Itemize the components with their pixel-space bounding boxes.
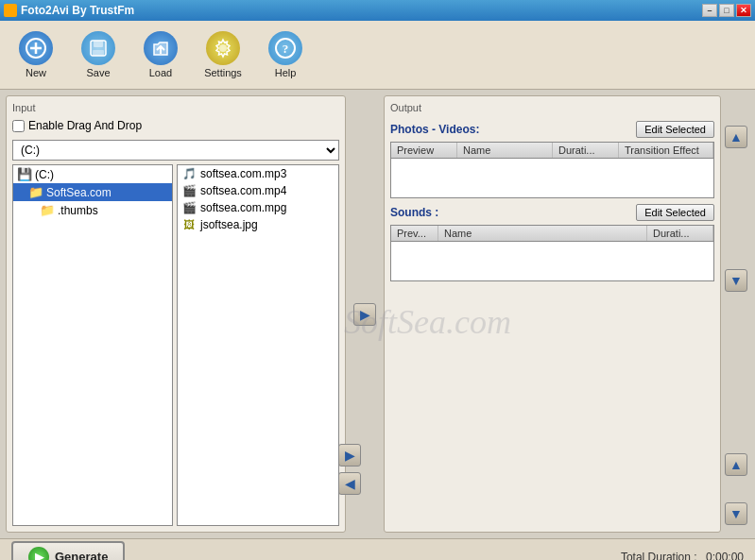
drag-drop-checkbox[interactable] xyxy=(12,120,25,132)
save-label: Save xyxy=(86,67,110,78)
photos-title: Photos - Videos: xyxy=(390,123,479,136)
drive-select[interactable]: (C:) xyxy=(12,140,339,161)
save-button[interactable]: Save xyxy=(70,26,127,83)
mp4-icon: 🎬 xyxy=(181,184,197,197)
sounds-col-duration: Durati... xyxy=(647,226,713,241)
mpg-icon: 🎬 xyxy=(181,201,197,214)
col-transition: Transition Effect xyxy=(619,143,713,158)
output-panel: Output Photos - Videos: Edit Selected Pr… xyxy=(384,95,721,533)
svg-rect-4 xyxy=(94,41,103,47)
toolbar: New Save Load Settings ? Help xyxy=(0,21,755,90)
load-icon xyxy=(144,31,178,65)
output-wrapper: Output Photos - Videos: Edit Selected Pr… xyxy=(384,95,749,533)
tree-item[interactable]: 💾 (C:) xyxy=(13,165,172,183)
settings-button[interactable]: Settings xyxy=(195,26,251,83)
new-icon xyxy=(19,31,53,65)
tree-item-softsea[interactable]: 📁 SoftSea.com xyxy=(13,183,172,201)
add-to-photos-arrow[interactable]: ▶ xyxy=(353,303,376,326)
file-browser: 💾 (C:) 📁 SoftSea.com 📁 .thumbs 🎵 xyxy=(12,164,339,526)
remove-from-sounds-arrow[interactable]: ◀ xyxy=(338,472,361,495)
new-label: New xyxy=(26,67,46,78)
edit-selected-sounds-button[interactable]: Edit Selected xyxy=(636,204,714,221)
photos-grid[interactable]: Preview Name Durati... Transition Effect xyxy=(390,142,714,198)
new-button[interactable]: New xyxy=(8,26,64,83)
photos-grid-header: Preview Name Durati... Transition Effect xyxy=(391,143,713,159)
drag-drop-row: Enable Drag And Drop xyxy=(12,119,339,132)
file-list[interactable]: 🎵 softsea.com.mp3 🎬 softsea.com.mp4 🎬 so… xyxy=(177,164,339,526)
sounds-down-arrow[interactable]: ▼ xyxy=(725,502,747,525)
title-controls: – □ ✕ xyxy=(702,4,751,17)
output-panel-title: Output xyxy=(390,102,714,113)
settings-icon xyxy=(206,31,240,65)
app-title: Foto2Avi By TrustFm xyxy=(21,4,134,17)
sounds-header: Sounds : Edit Selected xyxy=(390,204,714,221)
file-item-mp3[interactable]: 🎵 softsea.com.mp3 xyxy=(178,165,338,182)
drag-drop-label[interactable]: Enable Drag And Drop xyxy=(28,119,142,132)
sounds-col-name: Name xyxy=(438,226,647,241)
sounds-arrows: ▶ ◀ xyxy=(338,444,361,495)
sounds-add-arrow[interactable]: ▲ xyxy=(725,453,747,476)
help-icon: ? xyxy=(268,31,302,65)
folder-tree[interactable]: 💾 (C:) 📁 SoftSea.com 📁 .thumbs xyxy=(12,164,173,526)
app-icon xyxy=(4,4,17,17)
photos-header: Photos - Videos: Edit Selected xyxy=(390,121,714,138)
load-label: Load xyxy=(149,67,172,78)
col-name: Name xyxy=(457,143,553,158)
edit-selected-photos-button[interactable]: Edit Selected xyxy=(636,121,714,138)
play-icon: ▶ xyxy=(28,547,49,561)
generate-button[interactable]: ▶ Generate xyxy=(11,541,125,561)
file-item-mpg[interactable]: 🎬 softsea.com.mpg xyxy=(178,199,338,216)
svg-rect-5 xyxy=(93,50,104,56)
help-label: Help xyxy=(275,67,297,78)
tree-item-thumbs[interactable]: 📁 .thumbs xyxy=(13,201,172,219)
sounds-grid-header: Prev... Name Durati... xyxy=(391,226,713,242)
title-bar-left: Foto2Avi By TrustFm xyxy=(4,4,134,17)
save-icon xyxy=(81,31,115,65)
photos-down-arrow[interactable]: ▼ xyxy=(725,269,747,292)
photos-section: Photos - Videos: Edit Selected Preview N… xyxy=(390,121,714,198)
file-item-jpg[interactable]: 🖼 jsoftsea.jpg xyxy=(178,216,338,233)
input-panel: Input Enable Drag And Drop (C:) 💾 (C:) 📁… xyxy=(6,95,346,533)
total-duration: Total Duration : 0:00:00 xyxy=(621,551,744,561)
title-bar: Foto2Avi By TrustFm – □ ✕ xyxy=(0,0,755,21)
load-button[interactable]: Load xyxy=(132,26,189,83)
col-duration: Durati... xyxy=(553,143,619,158)
photos-up-arrow[interactable]: ▲ xyxy=(725,126,747,148)
jpg-icon: 🖼 xyxy=(181,218,197,231)
main-area: Input Enable Drag And Drop (C:) 💾 (C:) 📁… xyxy=(0,90,755,538)
mp3-icon: 🎵 xyxy=(181,167,197,180)
close-button[interactable]: ✕ xyxy=(736,4,751,17)
sounds-title: Sounds : xyxy=(390,206,438,219)
svg-point-7 xyxy=(219,44,227,52)
maximize-button[interactable]: □ xyxy=(719,4,734,17)
svg-text:?: ? xyxy=(283,42,289,56)
help-button[interactable]: ? Help xyxy=(257,26,314,83)
bottom-bar: ▶ Generate Total Duration : 0:00:00 xyxy=(0,538,755,560)
add-to-sounds-arrow[interactable]: ▶ xyxy=(338,444,361,467)
sounds-grid[interactable]: Prev... Name Durati... xyxy=(390,225,714,281)
sounds-section: Sounds : Edit Selected Prev... Name Dura… xyxy=(390,204,714,281)
settings-label: Settings xyxy=(204,67,242,78)
minimize-button[interactable]: – xyxy=(702,4,717,17)
input-panel-title: Input xyxy=(12,102,339,113)
generate-label: Generate xyxy=(55,550,108,560)
col-preview: Preview xyxy=(391,143,457,158)
file-item-mp4[interactable]: 🎬 softsea.com.mp4 xyxy=(178,182,338,199)
sounds-col-prev: Prev... xyxy=(391,226,438,241)
